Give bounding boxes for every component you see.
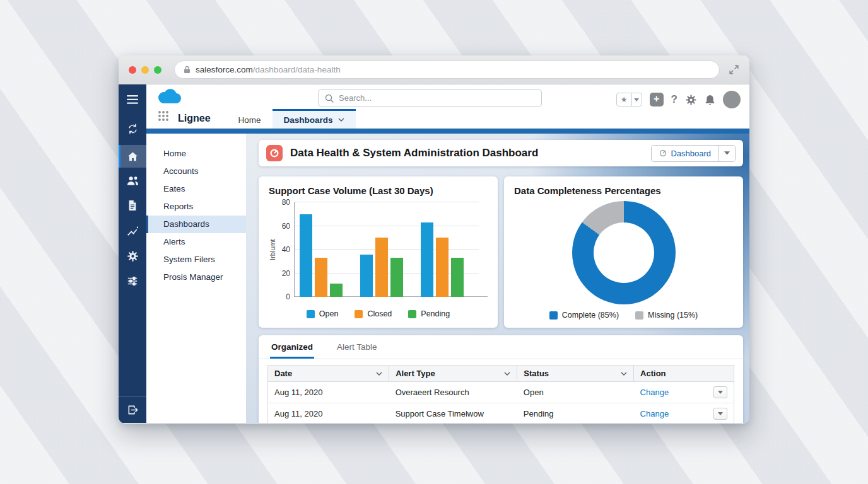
bar-open-3 xyxy=(421,222,433,297)
sync-icon[interactable] xyxy=(119,116,146,141)
notification-bell-icon[interactable] xyxy=(705,94,715,106)
close-window-button[interactable] xyxy=(129,66,136,74)
tab-organized[interactable]: Organized xyxy=(270,335,314,359)
y-axis-tick: 40 xyxy=(282,245,290,254)
dashboard-view-button[interactable]: Dashboard xyxy=(652,146,718,161)
filters-icon[interactable] xyxy=(119,268,146,294)
legend-item: Closed xyxy=(355,309,392,318)
column-header-status[interactable]: Status xyxy=(517,366,634,382)
url-bar[interactable]: salesforce.com/dashboard/data-health xyxy=(174,60,720,79)
zoom-window-button[interactable] xyxy=(154,66,161,74)
legend-item: Complete (85%) xyxy=(549,311,619,320)
bar-group-1 xyxy=(300,202,343,297)
favorites-star-icon[interactable]: ★ xyxy=(617,93,631,106)
donut-hole xyxy=(594,222,654,283)
menu-icon[interactable] xyxy=(119,87,146,112)
bar-closed-1 xyxy=(315,258,327,297)
bar-group-2 xyxy=(360,202,403,297)
bar-pending-3 xyxy=(451,258,464,297)
favorites-caret-icon[interactable] xyxy=(631,93,642,106)
legend-swatch xyxy=(549,311,558,320)
change-link[interactable]: Change xyxy=(640,409,669,418)
sidebar-item-alerts[interactable]: Alerts xyxy=(146,233,246,251)
brand-name: Lignee xyxy=(178,113,211,124)
donut-chart-legend: Complete (85%)Missing (15%) xyxy=(514,311,733,320)
page-header-card: Data Health & System Administration Dash… xyxy=(259,140,743,166)
column-header-date[interactable]: Date xyxy=(268,366,389,382)
waffle-icon[interactable] xyxy=(158,110,169,124)
setup-gear-icon[interactable] xyxy=(685,94,697,106)
tab-alert-table[interactable]: Alert Table xyxy=(336,335,378,359)
chevron-down-icon xyxy=(504,372,510,376)
cell-date: Aug 11, 2020 xyxy=(268,403,389,424)
sidebar-item-home[interactable]: Home xyxy=(146,145,246,163)
icon-rail xyxy=(119,84,146,423)
bar-pending-2 xyxy=(390,258,403,297)
alerts-table: DateAlert TypeStatusAction Aug 11, 2020O… xyxy=(267,365,734,423)
mini-gauge-icon xyxy=(659,149,667,157)
cloud-logo[interactable] xyxy=(155,88,183,109)
page-title: Data Health & System Administration Dash… xyxy=(290,147,643,159)
home-icon[interactable] xyxy=(119,145,146,168)
bar-group-3 xyxy=(421,202,464,297)
brand-divider-bar xyxy=(146,129,749,134)
legend-swatch xyxy=(355,310,363,318)
logout-icon[interactable] xyxy=(119,396,146,423)
table-row: Aug 11, 2020Support Case TimelwowPending… xyxy=(268,403,734,424)
column-header-alert-type[interactable]: Alert Type xyxy=(389,366,517,382)
bar-chart: Irblumt 020406080 xyxy=(269,202,488,302)
expand-diagonal-icon[interactable] xyxy=(729,64,739,75)
sidebar-item-eates[interactable]: Eates xyxy=(146,180,246,198)
bar-chart-card: Support Case Volume (Last 30 Days) Irblu… xyxy=(259,176,498,328)
cell-date: Aug 11, 2020 xyxy=(268,382,389,403)
y-axis-tick: 20 xyxy=(282,269,290,278)
analytics-icon[interactable] xyxy=(119,218,146,243)
cell-status: Pending xyxy=(517,403,634,424)
legend-item: Pending xyxy=(408,309,450,318)
chevron-down-icon xyxy=(376,372,382,376)
browser-chrome: salesforce.com/dashboard/data-health xyxy=(119,55,749,84)
help-icon[interactable]: ? xyxy=(671,93,677,106)
avatar[interactable] xyxy=(723,91,741,108)
bar-open-1 xyxy=(300,214,312,297)
cell-alert-type: Support Case Timelwow xyxy=(389,403,517,424)
sidebar-item-prosis-manager[interactable]: Prosis Manager xyxy=(146,268,246,286)
donut-chart xyxy=(572,201,676,304)
global-search[interactable] xyxy=(318,89,542,107)
legend-swatch xyxy=(635,311,643,320)
row-actions-caret-button[interactable] xyxy=(713,386,727,398)
users-icon[interactable] xyxy=(119,168,146,193)
bar-closed-3 xyxy=(436,238,449,297)
row-actions-caret-button[interactable] xyxy=(713,408,727,420)
add-icon[interactable]: + xyxy=(650,93,664,107)
url-path: /dashboard/data-health xyxy=(253,65,341,74)
change-link[interactable]: Change xyxy=(640,388,669,397)
donut-chart-title: Data Completeness Percentages xyxy=(514,185,733,196)
top-nav: ★ + ? xyxy=(146,84,749,129)
search-input[interactable] xyxy=(339,93,535,103)
bar-chart-title: Support Case Volume (Last 30 Days) xyxy=(269,185,488,196)
legend-swatch xyxy=(408,310,416,318)
sidebar-item-dashboards[interactable]: Dashboards xyxy=(146,216,246,233)
lock-icon xyxy=(184,66,191,74)
dashboard-gauge-icon xyxy=(266,145,283,161)
minimize-window-button[interactable] xyxy=(141,66,149,74)
bar-pending-1 xyxy=(330,284,343,297)
settings-gear-icon[interactable] xyxy=(119,243,146,268)
y-axis-tick: 80 xyxy=(282,198,290,207)
cell-status: Open xyxy=(517,382,634,403)
tab-dashboards[interactable]: Dashboards xyxy=(273,109,356,129)
y-axis-tick: 60 xyxy=(282,222,290,231)
sidebar-item-system-filers[interactable]: System Filers xyxy=(146,251,246,268)
document-icon[interactable] xyxy=(119,193,146,218)
chevron-down-icon xyxy=(621,372,627,376)
sidebar-item-accounts[interactable]: Accounts xyxy=(146,163,246,180)
legend-item: Open xyxy=(307,309,339,318)
favorites-button[interactable]: ★ xyxy=(616,93,642,107)
url-text: salesforce.com/dashboard/data-health xyxy=(196,65,341,74)
sidebar-item-reports[interactable]: Reports xyxy=(146,198,246,216)
tab-home[interactable]: Home xyxy=(227,109,273,129)
alerts-table-card: OrganizedAlert Table DateAlert TypeStatu… xyxy=(259,335,743,423)
dashboard-view-caret-button[interactable] xyxy=(718,146,735,161)
table-row: Aug 11, 2020Overaeert ResourchOpenChange xyxy=(268,382,734,403)
